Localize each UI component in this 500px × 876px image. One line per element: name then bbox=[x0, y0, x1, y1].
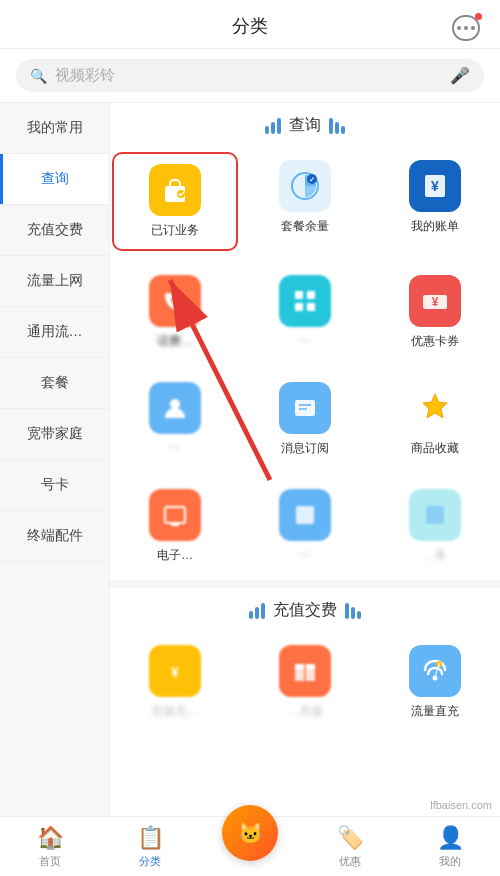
query-grid-row1: 已订业务 ✓ 套餐余量 bbox=[110, 144, 500, 259]
item12-icon bbox=[409, 489, 461, 541]
recharge-section-header: 充值交费 bbox=[110, 588, 500, 629]
sidebar-item-broadband[interactable]: 宽带家庭 bbox=[0, 409, 109, 460]
product-collect-icon bbox=[409, 382, 461, 434]
sidebar-item-general[interactable]: 通用流… bbox=[0, 307, 109, 358]
home-label: 首页 bbox=[39, 854, 61, 869]
svg-text:✓: ✓ bbox=[309, 176, 315, 183]
bar-left bbox=[265, 118, 281, 134]
svg-text:¥: ¥ bbox=[171, 664, 179, 680]
nav-item-category[interactable]: 📋 分类 bbox=[100, 819, 200, 875]
svg-rect-10 bbox=[307, 303, 315, 311]
sidebar: 我的常用 查询 充值交费 流量上网 通用流… 套餐 宽带家庭 号卡 终端配件 bbox=[0, 103, 110, 819]
recharge-bar-left bbox=[249, 603, 265, 619]
grid-item-item11[interactable]: — bbox=[240, 477, 370, 576]
sidebar-item-terminal[interactable]: 终端配件 bbox=[0, 511, 109, 562]
item5-icon bbox=[279, 275, 331, 327]
query-grid-row4: 电子… — …务 bbox=[110, 473, 500, 580]
package-balance-icon: ✓ bbox=[279, 160, 331, 212]
grid-item-item5[interactable]: — bbox=[240, 263, 370, 362]
item11-label: — bbox=[299, 547, 311, 561]
item11-icon bbox=[279, 489, 331, 541]
subscribed-services-icon bbox=[149, 164, 201, 216]
section-divider bbox=[110, 580, 500, 588]
flow-direct-icon: ¥ bbox=[409, 645, 461, 697]
call-fee-label: 话费… bbox=[157, 333, 193, 350]
search-input-wrap[interactable]: 🔍 视频彩铃 🎤 bbox=[16, 59, 484, 92]
flow-direct-label: 流量直充 bbox=[411, 703, 459, 720]
svg-text:¥: ¥ bbox=[432, 295, 439, 309]
mine-icon: 👤 bbox=[437, 825, 464, 851]
chat-bubble-icon bbox=[452, 15, 480, 41]
discount-voucher-icon: ¥ bbox=[409, 275, 461, 327]
grid-item-call-fee[interactable]: 话费… bbox=[110, 263, 240, 362]
mic-icon[interactable]: 🎤 bbox=[450, 66, 470, 85]
grid-item-flow-direct[interactable]: ¥ 流量直充 bbox=[370, 633, 500, 732]
query-label: 查询 bbox=[289, 115, 321, 136]
product-collect-label: 商品收藏 bbox=[411, 440, 459, 457]
grid-item-item12[interactable]: …务 bbox=[370, 477, 500, 576]
app-header: 分类 bbox=[0, 0, 500, 49]
watermark: lfbaisen.com bbox=[430, 799, 492, 811]
svg-rect-14 bbox=[295, 400, 315, 416]
mine-label: 我的 bbox=[439, 854, 461, 869]
grid-item-item7[interactable]: — bbox=[110, 370, 240, 469]
recharge-item2-label: …充值 bbox=[287, 703, 323, 720]
item7-label: — bbox=[169, 440, 181, 454]
bar-right bbox=[329, 118, 345, 134]
search-placeholder-text: 视频彩铃 bbox=[55, 66, 442, 85]
category-icon: 📋 bbox=[137, 825, 164, 851]
discount-voucher-label: 优惠卡券 bbox=[411, 333, 459, 350]
sidebar-item-package[interactable]: 套餐 bbox=[0, 358, 109, 409]
news-subscribe-icon bbox=[279, 382, 331, 434]
discount-icon: 🏷️ bbox=[337, 825, 364, 851]
call-fee-icon bbox=[149, 275, 201, 327]
svg-rect-19 bbox=[171, 523, 179, 526]
search-bar: 🔍 视频彩铃 🎤 bbox=[0, 49, 500, 103]
discount-label: 优惠 bbox=[339, 854, 361, 869]
sidebar-item-recharge[interactable]: 充值交费 bbox=[0, 205, 109, 256]
svg-rect-18 bbox=[165, 507, 185, 523]
bottom-nav: 🏠 首页 📋 分类 🐱 🏷️ 优惠 👤 我的 bbox=[0, 816, 500, 876]
message-icon[interactable] bbox=[450, 12, 482, 44]
home-icon: 🏠 bbox=[37, 825, 64, 851]
grid-item-recharge-traffic[interactable]: ¥ 充值充… bbox=[110, 633, 240, 732]
svg-rect-9 bbox=[295, 303, 303, 311]
nav-item-center[interactable]: 🐱 bbox=[200, 827, 300, 867]
my-bill-label: 我的账单 bbox=[411, 218, 459, 235]
svg-point-13 bbox=[170, 399, 180, 409]
grid-item-discount-voucher[interactable]: ¥ 优惠卡券 bbox=[370, 263, 500, 362]
item7-icon bbox=[149, 382, 201, 434]
nav-item-home[interactable]: 🏠 首页 bbox=[0, 819, 100, 875]
sidebar-item-simcard[interactable]: 号卡 bbox=[0, 460, 109, 511]
svg-rect-21 bbox=[426, 506, 444, 524]
recharge-item2-icon bbox=[279, 645, 331, 697]
grid-item-recharge-item2[interactable]: …充值 bbox=[240, 633, 370, 732]
package-balance-label: 套餐余量 bbox=[281, 218, 329, 235]
svg-text:¥: ¥ bbox=[431, 178, 439, 194]
grid-item-subscribed-services[interactable]: 已订业务 bbox=[112, 152, 238, 251]
e-hall-icon bbox=[149, 489, 201, 541]
svg-rect-8 bbox=[307, 291, 315, 299]
recharge-bar-right bbox=[345, 603, 361, 619]
sidebar-item-my-common[interactable]: 我的常用 bbox=[0, 103, 109, 154]
grid-item-product-collect[interactable]: 商品收藏 bbox=[370, 370, 500, 469]
svg-marker-17 bbox=[423, 394, 447, 418]
sidebar-item-query[interactable]: 查询 bbox=[0, 154, 109, 205]
svg-rect-20 bbox=[296, 506, 314, 524]
sidebar-item-flow[interactable]: 流量上网 bbox=[0, 256, 109, 307]
nav-item-discount[interactable]: 🏷️ 优惠 bbox=[300, 819, 400, 875]
grid-item-news-subscribe[interactable]: 消息订阅 bbox=[240, 370, 370, 469]
grid-item-e-hall[interactable]: 电子… bbox=[110, 477, 240, 576]
subscribed-services-label: 已订业务 bbox=[151, 222, 199, 239]
page-title: 分类 bbox=[232, 16, 268, 36]
category-label: 分类 bbox=[139, 854, 161, 869]
center-icon: 🐱 bbox=[222, 805, 278, 861]
item12-label: …务 bbox=[423, 547, 447, 564]
nav-item-mine[interactable]: 👤 我的 bbox=[400, 819, 500, 875]
my-bill-icon: ¥ bbox=[409, 160, 461, 212]
grid-item-package-balance[interactable]: ✓ 套餐余量 bbox=[240, 148, 370, 255]
search-icon: 🔍 bbox=[30, 68, 47, 84]
recharge-label: 充值交费 bbox=[273, 600, 337, 621]
query-section-header: 查询 bbox=[110, 103, 500, 144]
grid-item-my-bill[interactable]: ¥ 我的账单 bbox=[370, 148, 500, 255]
